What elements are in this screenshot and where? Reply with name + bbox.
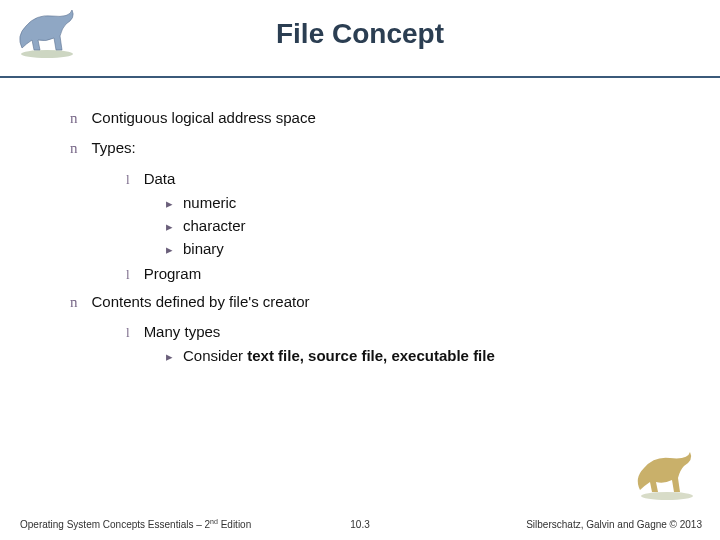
bullet-mark-n: n — [70, 110, 78, 126]
bullet-text: Data — [144, 170, 176, 187]
svg-point-1 — [641, 492, 693, 500]
bullet-text: Program — [144, 265, 202, 282]
bullet-item: ▸numeric — [166, 193, 720, 213]
bullet-mark-l: l — [126, 172, 130, 187]
bullet-item: lMany types — [126, 322, 720, 342]
bullet-text: Consider — [183, 347, 247, 364]
bullet-item: lData — [126, 169, 720, 189]
footer-left: Operating System Concepts Essentials – 2… — [20, 518, 251, 530]
bullet-text: Contiguous logical address space — [92, 109, 316, 126]
bullet-text: Contents defined by file's creator — [92, 293, 310, 310]
arrow-icon: ▸ — [166, 348, 173, 366]
footer-text: Operating System Concepts Essentials – 2 — [20, 519, 210, 530]
dinosaur-icon — [632, 450, 702, 500]
arrow-icon: ▸ — [166, 218, 173, 236]
bullet-mark-n: n — [70, 140, 78, 156]
bullet-item: nTypes: — [70, 138, 720, 158]
bullet-mark-l: l — [126, 267, 130, 282]
slide-footer: Operating System Concepts Essentials – 2… — [0, 506, 720, 530]
svg-point-0 — [21, 50, 73, 58]
bullet-mark-n: n — [70, 294, 78, 310]
bullet-text: character — [183, 217, 246, 234]
bullet-text-emph: text file, source file, executable file — [247, 347, 495, 364]
slide-title: File Concept — [0, 0, 720, 50]
bullet-item: ▸character — [166, 216, 720, 236]
bullet-item: ▸binary — [166, 239, 720, 259]
bullet-mark-l: l — [126, 325, 130, 340]
bullet-item: ▸Consider text file, source file, execut… — [166, 346, 720, 366]
bullet-item: lProgram — [126, 264, 720, 284]
bullet-item: nContiguous logical address space — [70, 108, 720, 128]
bullet-text: binary — [183, 240, 224, 257]
footer-page-number: 10.3 — [350, 519, 369, 530]
slide-body: nContiguous logical address space nTypes… — [0, 78, 720, 367]
slide-header: File Concept — [0, 0, 720, 78]
bullet-text: Types: — [92, 139, 136, 156]
arrow-icon: ▸ — [166, 195, 173, 213]
footer-text: Edition — [218, 519, 251, 530]
bullet-text: Many types — [144, 323, 221, 340]
arrow-icon: ▸ — [166, 241, 173, 259]
footer-sup: nd — [210, 518, 218, 525]
footer-copyright: Silberschatz, Galvin and Gagne © 2013 — [526, 519, 702, 530]
bullet-text: numeric — [183, 194, 236, 211]
bullet-item: nContents defined by file's creator — [70, 292, 720, 312]
dinosaur-icon — [12, 6, 82, 58]
